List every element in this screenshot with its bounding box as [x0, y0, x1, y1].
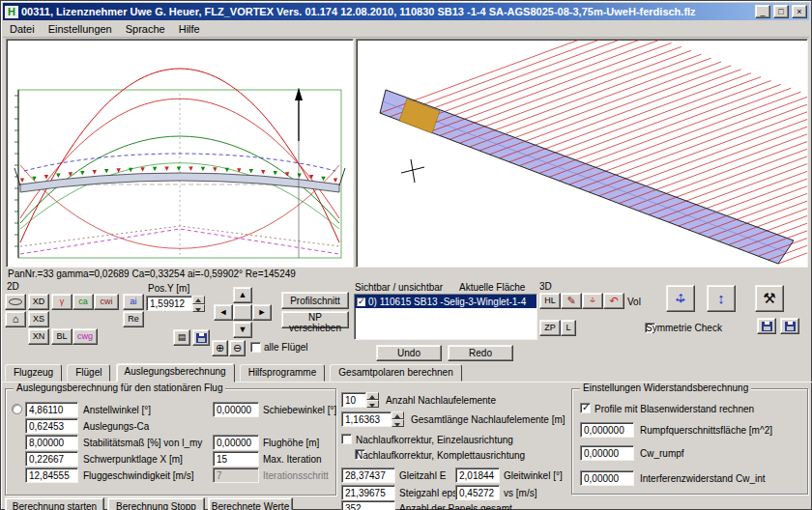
zoom-3d-button[interactable]: ↕ — [707, 285, 736, 312]
hammer-icon: ⚒ — [763, 290, 775, 306]
bl-button[interactable]: BL — [51, 328, 72, 345]
nachlauf-laenge-input[interactable]: 1,16363 — [341, 411, 392, 427]
rotate-3d-button[interactable]: ↶ — [603, 293, 624, 309]
korrektur-einzel-label: Nachlaufkorrektur, Einzelausrichtung — [356, 435, 513, 445]
stationaer-flug-group: Auslegungsberechnung für den stationären… — [5, 388, 336, 496]
menu-sprache[interactable]: Sprache — [119, 21, 172, 37]
spinner-up-icon — [192, 296, 205, 304]
alle-fluegel-checkbox[interactable] — [250, 342, 261, 353]
ai-button[interactable]: ai — [123, 294, 144, 310]
xs-button[interactable]: XS — [28, 311, 49, 327]
anstellwinkel-input[interactable]: 4,86110 — [25, 402, 78, 417]
arrow-left-icon: ◄ — [219, 307, 228, 317]
blasenwiderstand-checkbox[interactable] — [580, 403, 591, 413]
np-verschieben-button[interactable]: NP verschieben — [281, 311, 349, 328]
schwerpunktlage-input[interactable]: 0,22667 — [25, 451, 78, 467]
xd-button[interactable]: XD — [28, 294, 49, 310]
hl-button[interactable]: HL — [539, 293, 561, 309]
zoom-out-button[interactable]: ⊖ — [229, 340, 246, 356]
berechnete-werte-button[interactable]: Berechnete Werte — [208, 497, 293, 510]
minimize-button[interactable]: _ — [755, 5, 770, 18]
nachlauf-anzahl-input[interactable]: 10 — [341, 392, 366, 408]
nachlauf-anzahl-spinner[interactable] — [366, 392, 379, 408]
posy-input[interactable]: 1,59912 — [146, 296, 192, 311]
berechnung-starten-button[interactable]: Berechnung starten — [5, 497, 104, 510]
tab-auslegungsberechnung[interactable]: Auslegungsberechnung — [116, 363, 235, 382]
tab-flugzeug[interactable]: Flugzeug — [5, 364, 62, 382]
undo-button[interactable]: Undo — [376, 345, 442, 361]
tab-gesamtpolaren[interactable]: Gesamtpolaren berechnen — [330, 364, 461, 382]
close-button[interactable]: × — [792, 5, 807, 18]
tab-bar: Flugzeug Flügel Auslegungsberechnung Hil… — [3, 363, 811, 382]
gamma-button[interactable]: γ — [51, 294, 72, 310]
stabilitaetsmass-input[interactable]: 8,00000 — [25, 435, 78, 450]
flughoehe-label: Flughöhe [m] — [263, 438, 319, 448]
edit-button[interactable]: ✎ — [561, 293, 582, 309]
save-3d-button[interactable] — [757, 318, 776, 334]
xn-button[interactable]: XN — [28, 328, 49, 345]
profilschnitt-button[interactable]: Profilschnitt — [281, 292, 349, 309]
cw-int-input[interactable]: 0,00000 — [580, 470, 634, 486]
plot-3d-panel[interactable] — [356, 39, 808, 268]
mode-radio-anstellwinkel[interactable] — [12, 404, 22, 414]
arrow-up-icon: ▲ — [239, 290, 247, 299]
pan-center-button[interactable] — [233, 304, 252, 321]
app-window: H 00311, Lizenznehmer Uwe G. Heuer, FLZ_… — [0, 0, 812, 510]
surface-listbox[interactable]: 0) 110615 SB13 -Selig-3-Winglet-1-4 — [354, 294, 537, 340]
hangar-view-button[interactable]: ⌂ — [5, 311, 26, 327]
ca-button[interactable]: ca — [72, 294, 94, 310]
max-iteration-input[interactable]: 15 — [213, 451, 259, 467]
iterationsschritt-label: Iterationsschritt — [263, 470, 329, 481]
alle-fluegel-label: alle Flügel — [264, 342, 308, 353]
cwg-button[interactable]: cwg — [72, 328, 98, 345]
surface-list-item[interactable]: 0) 110615 SB13 -Selig-3-Winglet-1-4 — [355, 295, 536, 308]
spinner-down-icon — [192, 304, 205, 313]
berechnung-stopp-button[interactable]: Berechnung Stopp — [107, 497, 205, 510]
redo-button[interactable]: Redo — [448, 345, 513, 361]
maximize-button[interactable]: □ — [773, 5, 789, 18]
tab-hilfsprogramme[interactable]: Hilfsprogramme — [240, 364, 326, 382]
cwi-button[interactable]: cwi — [94, 294, 119, 310]
pan-3d-button[interactable]: ↔↕ — [666, 285, 695, 312]
save-3d-button-2[interactable] — [780, 318, 799, 334]
menu-einstellungen[interactable]: Einstellungen — [42, 21, 119, 37]
zp-button[interactable]: ZP — [539, 320, 561, 336]
auslegungs-ca-input[interactable]: 0,62453 — [25, 418, 78, 434]
cw-rumpf-input[interactable]: 0,00000 — [580, 445, 634, 461]
planform-view-button[interactable] — [5, 294, 26, 310]
stabilitaetsmass-label: Stabilitätsmaß [%] von l_my — [83, 438, 202, 448]
pan-down-button[interactable]: ▼ — [233, 322, 252, 338]
symmetrie-check-label: Symmetrie Check — [646, 323, 722, 333]
menu-datei[interactable]: Datei — [3, 21, 42, 37]
print-button[interactable]: ▤ — [173, 329, 190, 346]
flughoehe-input[interactable]: 0,00000 — [213, 435, 259, 450]
window-title: 00311, Lizenznehmer Uwe G. Heuer, FLZ_VO… — [21, 6, 752, 17]
plot-2d-panel[interactable] — [6, 39, 354, 268]
korrektur-einzel-checkbox[interactable] — [341, 434, 352, 444]
titlebar: H 00311, Lizenznehmer Uwe G. Heuer, FLZ_… — [3, 3, 809, 20]
right-winglet — [339, 168, 345, 185]
l-button[interactable]: L — [561, 320, 576, 336]
save-2d-button[interactable] — [192, 329, 210, 346]
rumpfquerschnitt-input[interactable]: 0,000000 — [580, 422, 634, 438]
zoom-in-button[interactable]: ⊕ — [212, 340, 228, 356]
surface-visible-checkbox[interactable] — [357, 298, 365, 306]
four-way-arrow-icon: ↔↕ — [673, 286, 688, 309]
anstellwinkel-label: Anstellwinkel [°] — [83, 405, 151, 415]
posy-spinner[interactable] — [192, 296, 205, 312]
tools-button[interactable]: ⚒ — [755, 285, 784, 312]
pan-right-button[interactable]: ► — [252, 304, 272, 321]
re-button[interactable]: Re — [123, 311, 144, 327]
panel-status-text: PanNr.=33 gamma=0,02689 Ca=0,33254 ai=-0… — [8, 269, 296, 279]
tab-fluegel[interactable]: Flügel — [67, 364, 110, 382]
nachlauf-laenge-spinner[interactable] — [392, 411, 404, 427]
fluggeschwindigkeit-input[interactable]: 12,84555 — [25, 468, 78, 483]
form-area: Auslegungsberechnung für den stationären… — [1, 382, 812, 510]
schiebewinkel-input[interactable]: 0,00000 — [213, 402, 259, 417]
group-title: Auslegungsberechnung für den stationären… — [14, 382, 225, 393]
move-3d-button[interactable]: ↔↕ — [582, 293, 603, 309]
gleitwinkel-output: 2,01844 — [455, 468, 500, 483]
pan-up-button[interactable]: ▲ — [233, 287, 252, 303]
pan-left-button[interactable]: ◄ — [214, 304, 233, 321]
menu-hilfe[interactable]: Hilfe — [172, 21, 207, 37]
